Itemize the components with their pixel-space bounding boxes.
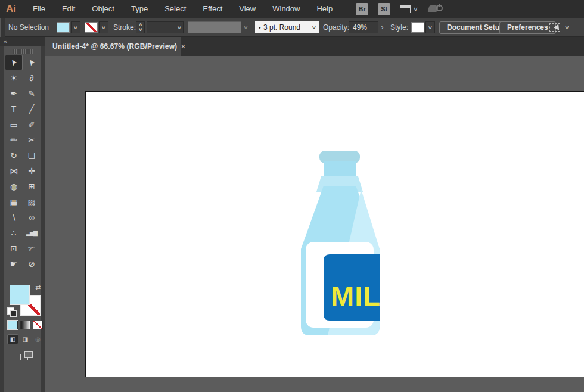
menu-effect[interactable]: Effect [194, 4, 231, 13]
preferences-button[interactable]: Preferences [499, 18, 556, 37]
lasso-tool[interactable]: ∂ [23, 70, 41, 86]
rotate-tool-icon: ↻ [10, 151, 17, 160]
stroke-dropdown-button[interactable]: ∨ [99, 21, 108, 33]
draw-behind-button[interactable]: ◨ [20, 334, 31, 344]
menu-file[interactable]: File [24, 4, 54, 13]
paintbrush-tool-icon: ✐ [28, 120, 35, 129]
workspace-switcher[interactable]: ∨ [400, 5, 418, 13]
gradient-tool-icon: ▨ [27, 197, 35, 207]
fill-swatch[interactable] [57, 22, 70, 33]
menu-edit[interactable]: Edit [54, 4, 83, 13]
brush-definition-field[interactable]: • 3 pt. Round ∨ [255, 18, 319, 37]
style-swatch[interactable] [411, 22, 424, 33]
shape-builder-tool[interactable]: ◍ [5, 179, 23, 194]
width-tool-icon: ⋈ [10, 166, 18, 176]
chevron-down-icon: ∨ [564, 24, 570, 30]
selection-tool-icon: ➤ [8, 57, 20, 69]
selection-tool[interactable]: ➤ [5, 55, 23, 70]
artboard-tool[interactable]: ⊡ [5, 241, 23, 256]
milk-bottle-artwork[interactable]: MILK [298, 149, 384, 340]
menu-object[interactable]: Object [83, 4, 123, 13]
hand-tool[interactable]: ☛ [5, 256, 23, 272]
swap-fill-stroke-icon[interactable]: ⇄ [35, 284, 41, 291]
menu-window[interactable]: Window [264, 4, 308, 13]
chevron-down-icon: ∨ [177, 25, 182, 30]
magic-wand-tool[interactable]: ✶ [5, 70, 23, 86]
fill-color-swatch[interactable] [10, 285, 30, 305]
width-tool[interactable]: ⋈ [5, 163, 23, 179]
artboard[interactable]: MILK [85, 91, 584, 377]
screen-share-icon [428, 4, 443, 14]
zoom-tool-icon: ⊘ [28, 259, 35, 269]
style-label[interactable]: Style: [390, 18, 408, 37]
column-graph-tool[interactable]: ▂▅▇ [23, 225, 41, 241]
magic-wand-tool-icon: ✶ [10, 73, 17, 83]
panel-drag-grip[interactable] [13, 49, 33, 54]
stroke-weight-dropdown[interactable]: ∨ [147, 18, 184, 37]
chevron-down-icon: ∨ [312, 25, 317, 30]
none-button[interactable] [33, 321, 43, 329]
opacity-field[interactable]: 49% › [349, 18, 386, 37]
stepper-down-icon: ∨ [138, 27, 142, 32]
rectangle-tool-icon: ▭ [10, 120, 17, 129]
brush-dropdown-button[interactable]: ∨ [309, 21, 319, 33]
canvas-pasteboard[interactable]: MILK [45, 56, 584, 392]
pen-tool[interactable]: ✒ [5, 86, 23, 101]
opacity-arrow-button[interactable]: › [378, 21, 386, 33]
style-well[interactable]: ∨ [411, 18, 435, 37]
blend-tool[interactable]: ∞ [23, 210, 41, 225]
slice-tool[interactable]: ✃ [23, 241, 41, 256]
opacity-label[interactable]: Opacity: [323, 18, 349, 37]
line-segment-tool[interactable]: ╱ [23, 101, 41, 117]
screen-mode-button[interactable] [20, 351, 33, 362]
fill-dropdown-button[interactable]: ∨ [71, 21, 80, 33]
variable-width-dropdown: ∨ [188, 18, 248, 37]
menu-select[interactable]: Select [156, 4, 194, 13]
perspective-grid-tool[interactable]: ⊞ [23, 179, 41, 194]
color-button[interactable] [8, 321, 18, 329]
scale-tool[interactable]: ❏ [23, 148, 41, 163]
symbol-sprayer-tool[interactable]: ∴ [5, 225, 23, 241]
style-dropdown-button[interactable]: ∨ [425, 21, 435, 33]
mesh-tool[interactable]: ▦ [5, 194, 23, 210]
slice-tool-icon: ✃ [28, 244, 35, 253]
puppet-warp-tool[interactable]: ✛ [23, 163, 41, 179]
menu-type[interactable]: Type [123, 4, 156, 13]
menu-view[interactable]: View [231, 4, 264, 13]
line-segment-tool-icon: ╱ [29, 104, 34, 114]
rectangle-tool[interactable]: ▭ [5, 117, 23, 132]
default-fill-stroke-icon[interactable] [7, 307, 14, 315]
direct-selection-tool-icon: ➤ [26, 57, 38, 69]
stroke-weight-stepper[interactable]: ∧ ∨ [136, 18, 145, 37]
document-tab[interactable]: Untitled-4* @ 66.67% (RGB/Preview) × [45, 37, 181, 56]
brush-value: 3 pt. Round [255, 23, 309, 32]
select-similar-button[interactable]: ∨ [549, 18, 569, 37]
bridge-button[interactable]: Br [356, 3, 368, 15]
draw-normal-button[interactable]: ◧ [7, 334, 18, 344]
type-tool[interactable]: T [5, 101, 23, 117]
stock-button[interactable]: St [378, 3, 390, 15]
draw-inside-button[interactable]: ◎ [32, 334, 44, 344]
rotate-tool[interactable]: ↻ [5, 148, 23, 163]
gradient-tool[interactable]: ▨ [23, 194, 41, 210]
menu-help[interactable]: Help [308, 4, 341, 13]
panel-collapse-button[interactable]: « [0, 37, 45, 46]
eyedropper-tool[interactable]: ∖ [5, 210, 23, 225]
paintbrush-tool[interactable]: ✐ [23, 117, 41, 132]
stroke-color-well[interactable]: ∨ [85, 18, 108, 37]
app-logo: Ai [6, 3, 16, 15]
stroke-weight-label[interactable]: Stroke: [113, 18, 136, 37]
scissors-tool[interactable]: ✂ [23, 132, 41, 148]
close-icon[interactable]: × [181, 42, 185, 51]
zoom-tool[interactable]: ⊘ [23, 256, 41, 272]
fill-color-well[interactable]: ∨ [57, 18, 80, 37]
gradient-button[interactable] [20, 321, 30, 329]
shaper-tool[interactable]: ✏ [5, 132, 23, 148]
stroke-none-swatch[interactable] [85, 22, 98, 33]
curvature-tool-icon: ✎ [28, 89, 35, 98]
eyedropper-tool-icon: ∖ [11, 213, 17, 222]
direct-selection-tool[interactable]: ➤ [23, 55, 41, 70]
panel-grip[interactable] [0, 18, 5, 37]
tools-panel-body: ➤➤✶∂✒✎T╱▭✐✏✂↻❏⋈✛◍⊞▦▨∖∞∴▂▅▇⊡✃☛⊘ ⇄ ◧ ◨ ◎ [4, 46, 41, 392]
curvature-tool[interactable]: ✎ [23, 86, 41, 101]
